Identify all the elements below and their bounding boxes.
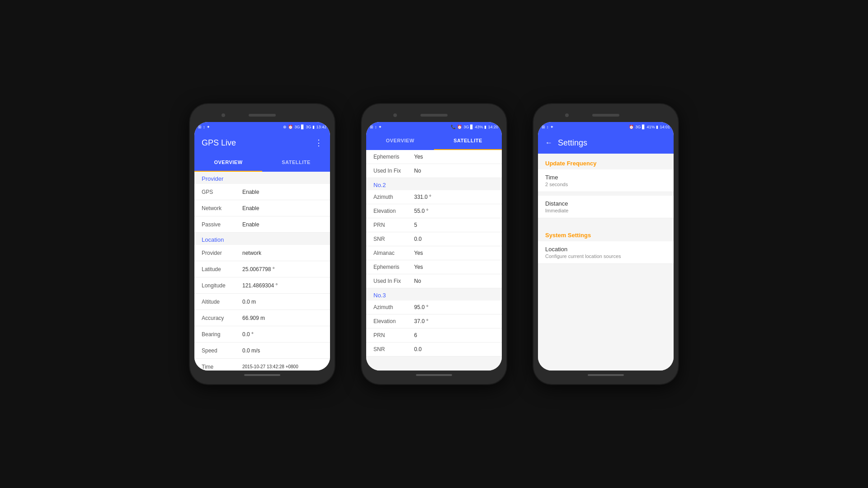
section-update-freq: Update Frequency [538,154,674,169]
row-snr-2: SNR 0.0 [366,232,502,246]
value-snr-3: 0.0 [414,346,422,352]
label-passive: Passive [202,221,242,228]
sat-no3-header: No.3 [366,288,502,300]
status-signal: ▊ [301,125,304,129]
status-time-3: 14:01 [660,125,670,129]
section-gap [538,218,674,225]
row-network-provider: Network Enable [194,200,330,216]
phone-2: ⊞ ↕ ✦ 📞 ⏰ 3G ▊ 43% ▮ 14:20 OVERVIEW SATE… [362,104,506,384]
sat-no2-header: No.2 [366,178,502,190]
value-ephemeris-prev: Yes [414,154,423,160]
phone-1-bottom [194,371,330,380]
phone-3-bottom [538,371,674,380]
label-azimuth-3: Azimuth [373,304,414,310]
status-left-1: ⊞ ↕ ✦ [198,125,210,129]
menu-icon-1[interactable]: ⋮ [315,138,323,148]
tab-overview-1[interactable]: OVERVIEW [194,154,262,172]
value-time: 2015-10-27 13:42:28 +0800 [242,364,298,369]
row-snr-3: SNR 0.0 [366,343,502,357]
app-title-1: GPS Live [202,138,236,148]
status-icon-gps-2: ✦ [378,125,382,129]
status-right-1: ⊗ ⏰ 3G ▊ 3G ▮ 13:42 [283,125,326,129]
status-icon-usb: ⊞ [198,125,202,129]
row-speed: Speed 0.0 m/s [194,343,330,359]
camera-3 [565,113,569,117]
app-header-1: GPS Live ⋮ [194,132,330,154]
status-battery-pct-3: 41% [646,125,655,129]
value-passive: Enable [242,221,259,228]
label-accuracy: Accuracy [202,315,242,321]
value-distance-setting: Immediate [545,208,666,213]
camera-2 [393,113,397,117]
content-2: Ephemeris Yes Used In Fix No No.2 Azimut… [366,150,502,371]
label-speed: Speed [202,347,242,354]
section-system-settings: System Settings [538,225,674,241]
label-time-setting: Time [545,174,666,181]
tab-satellite-1[interactable]: SATELLITE [262,154,330,172]
status-alarm: ⏰ [288,125,293,129]
content-3: Update Frequency Time 2 seconds Distance… [538,154,674,371]
phone-3: ⊞ ↕ ✦ ⏰ 3G ▊ 41% ▮ 14:01 ← Settings Upda… [533,104,678,384]
tab-overview-2[interactable]: OVERVIEW [366,132,434,150]
status-mute: ⊗ [283,125,287,129]
label-ephemeris-2: Ephemeris [373,264,414,270]
row-prn-3: PRN 6 [366,328,502,343]
row-distance-setting[interactable]: Distance Immediate [538,196,674,218]
phone-1-screen: ⊞ ↕ ✦ ⊗ ⏰ 3G ▊ 3G ▮ 13:42 GPS Live ⋮ OVE… [194,122,330,371]
status-time-1: 13:42 [316,125,326,129]
label-location-setting: Location [545,246,666,253]
home-bar-2 [416,374,452,376]
home-bar-3 [588,374,624,376]
row-location-setting[interactable]: Location Configure current location sour… [538,241,674,264]
row-loc-provider: Provider network [194,245,330,261]
row-latitude: Latitude 25.0067798 ° [194,261,330,277]
tab-satellite-2[interactable]: SATELLITE [434,132,502,150]
status-time-2: 14:20 [488,125,498,129]
speaker-1 [249,114,276,117]
speaker-2 [420,114,448,117]
row-ephemeris-prev: Ephemeris Yes [366,150,502,164]
label-bearing: Bearing [202,331,242,338]
value-bearing: 0.0 ° [242,331,254,338]
phone-2-screen: ⊞ ↕ ✦ 📞 ⏰ 3G ▊ 43% ▮ 14:20 OVERVIEW SATE… [366,122,502,371]
phone-1: ⊞ ↕ ✦ ⊗ ⏰ 3G ▊ 3G ▮ 13:42 GPS Live ⋮ OVE… [190,104,335,384]
phone-2-top [366,108,502,122]
label-prn-2: PRN [373,222,414,228]
tab-bar-1: OVERVIEW SATELLITE [194,154,330,172]
label-almanac-2: Almanac [373,250,414,256]
label-azimuth-2: Azimuth [373,194,414,200]
section-provider: Provider [194,172,330,184]
status-signal-2: ▊ [470,125,473,129]
status-left-2: ⊞ ↕ ✦ [370,125,382,129]
status-bar-2: ⊞ ↕ ✦ 📞 ⏰ 3G ▊ 43% ▮ 14:20 [366,122,502,132]
status-bar-1: ⊞ ↕ ✦ ⊗ ⏰ 3G ▊ 3G ▮ 13:42 [194,122,330,132]
value-prn-3: 6 [414,332,417,338]
value-accuracy: 66.909 m [242,315,265,321]
status-icon-sync: ↕ [203,125,205,129]
row-time-setting[interactable]: Time 2 seconds [538,169,674,192]
row-altitude: Altitude 0.0 m [194,294,330,310]
value-gps: Enable [242,189,259,195]
row-azimuth-3: Azimuth 95.0 ° [366,300,502,314]
value-time-setting: 2 seconds [545,182,666,187]
value-snr-2: 0.0 [414,236,422,242]
status-3g-2: 3G [463,125,469,129]
row-almanac-2: Almanac Yes [366,246,502,260]
value-longitude: 121.4869304 ° [242,282,278,289]
value-elevation-3: 37.0 ° [414,318,429,324]
value-loc-provider: network [242,250,261,256]
label-elevation-3: Elevation [373,318,414,324]
value-network-p: Enable [242,205,259,211]
value-azimuth-3: 95.0 ° [414,304,429,310]
status-battery-pct-2: 43% [475,125,483,129]
phone-3-top [538,108,674,122]
status-icon-sync-3: ↕ [547,125,549,129]
value-location-setting: Configure current location sources [545,253,666,259]
value-prn-2: 5 [414,222,417,228]
status-battery-2: ▮ [484,125,486,129]
back-icon-3[interactable]: ← [545,139,552,147]
status-icon-sync-2: ↕ [375,125,377,129]
status-alarm-2: ⏰ [457,125,462,129]
tab-bar-2: OVERVIEW SATELLITE [366,132,502,150]
status-phone: 📞 [451,125,456,129]
